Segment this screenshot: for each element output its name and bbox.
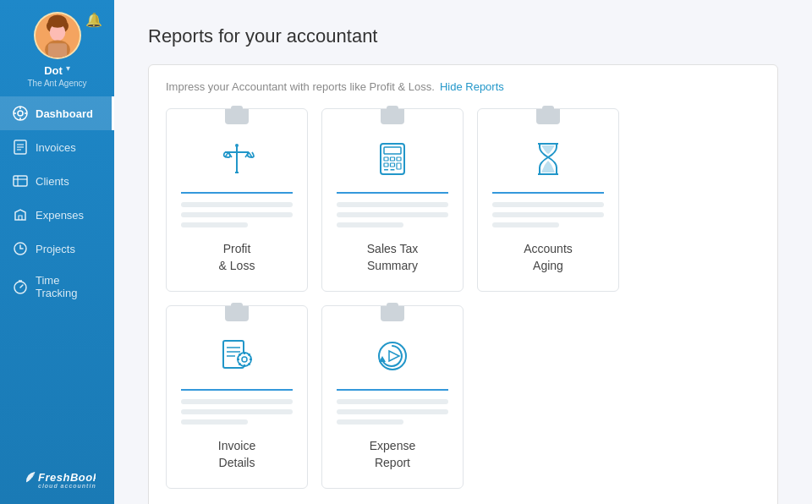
card-lines <box>337 202 449 227</box>
card-line <box>492 212 605 217</box>
user-name: Dot <box>44 64 63 77</box>
card-lines <box>181 399 294 425</box>
expense-report-icon <box>370 335 414 377</box>
card-clip <box>381 109 404 124</box>
card-clip <box>536 109 560 124</box>
sidebar-item-expenses[interactable]: Expenses <box>0 198 114 232</box>
sidebar-item-label-projects: Projects <box>36 243 75 255</box>
card-line-short <box>337 419 404 425</box>
svg-rect-16 <box>14 176 27 186</box>
sidebar-item-label-expenses: Expenses <box>36 209 84 222</box>
report-card-profit-loss[interactable]: Profit& Loss <box>166 108 308 292</box>
projects-icon <box>12 240 29 257</box>
svg-rect-42 <box>391 169 395 171</box>
card-divider <box>337 192 449 194</box>
dashboard-icon <box>12 105 29 122</box>
svg-rect-37 <box>397 157 401 161</box>
card-label-expense-report: ExpenseReport <box>370 438 415 471</box>
accounts-aging-icon <box>526 138 570 180</box>
card-line-short <box>337 222 404 227</box>
card-line <box>337 399 449 404</box>
svg-text:FreshBooks: FreshBooks <box>38 471 96 484</box>
sidebar-item-time-tracking[interactable]: Time Tracking <box>0 266 114 308</box>
svg-rect-39 <box>391 163 395 167</box>
sidebar-item-label-dashboard: Dashboard <box>36 107 93 120</box>
report-card-sales-tax-summary[interactable]: Sales TaxSummary <box>321 108 464 292</box>
sidebar-item-projects[interactable]: Projects <box>0 232 114 266</box>
svg-marker-61 <box>389 351 399 361</box>
sidebar-header: 🔔 Dot ▾ The Ant Agency <box>0 0 114 96</box>
card-clip <box>381 306 404 321</box>
nav-items: Dashboard Invoices <box>0 96 114 453</box>
card-label-accounts-aging: AccountsAging <box>524 241 573 274</box>
reports-header: Impress your Accountant with reports lik… <box>166 80 760 93</box>
sidebar-footer: FreshBooks cloud accounting <box>19 453 96 504</box>
user-info-row[interactable]: Dot ▾ <box>44 59 70 77</box>
sidebar-item-clients[interactable]: Clients <box>0 164 114 198</box>
time-tracking-icon <box>12 278 29 295</box>
reports-header-text: Impress your Accountant with reports lik… <box>166 80 435 93</box>
page-title: Reports for your accountant <box>148 25 778 47</box>
report-card-invoice-details[interactable]: InvoiceDetails <box>166 305 308 489</box>
card-line <box>181 409 294 414</box>
card-line <box>181 399 294 404</box>
card-line-short <box>492 222 560 227</box>
svg-rect-40 <box>397 163 401 169</box>
svg-rect-36 <box>391 157 395 161</box>
hide-reports-link[interactable]: Hide Reports <box>440 80 504 93</box>
card-line <box>337 212 449 217</box>
svg-point-3 <box>47 15 66 28</box>
sidebar-item-label-time-tracking: Time Tracking <box>36 274 100 299</box>
sales-tax-icon <box>370 138 414 180</box>
sidebar-item-dashboard[interactable]: Dashboard <box>0 96 114 130</box>
invoice-details-icon <box>215 335 259 377</box>
svg-rect-41 <box>384 169 388 171</box>
card-line <box>492 202 605 207</box>
svg-rect-34 <box>384 147 401 154</box>
card-line-short <box>181 222 249 227</box>
bell-icon[interactable]: 🔔 <box>85 12 102 28</box>
card-clip <box>225 109 249 124</box>
svg-text:cloud accounting: cloud accounting <box>38 483 96 489</box>
sidebar: 🔔 Dot ▾ The Ant Agency <box>0 0 114 504</box>
card-line <box>181 202 294 207</box>
svg-point-7 <box>18 111 23 116</box>
card-line-short <box>181 419 249 425</box>
reports-container: Impress your Accountant with reports lik… <box>148 64 778 504</box>
card-divider <box>492 192 605 194</box>
sidebar-item-label-clients: Clients <box>36 175 69 188</box>
svg-rect-38 <box>384 163 388 167</box>
card-lines <box>337 399 449 425</box>
card-clip <box>225 306 249 321</box>
card-lines <box>492 202 605 227</box>
card-line <box>337 409 449 414</box>
chevron-down-icon: ▾ <box>66 63 70 73</box>
freshbooks-brand: FreshBooks cloud accounting <box>19 465 96 492</box>
sidebar-item-invoices[interactable]: Invoices <box>0 130 114 164</box>
card-lines <box>181 202 294 227</box>
report-card-expense-report[interactable]: ExpenseReport <box>321 305 464 489</box>
card-label-profit-loss: Profit& Loss <box>219 241 255 274</box>
profit-loss-icon <box>215 138 259 180</box>
avatar[interactable] <box>34 12 81 59</box>
card-line <box>181 212 294 217</box>
card-divider <box>181 192 294 194</box>
user-company: The Ant Agency <box>27 79 86 88</box>
card-divider <box>337 389 449 391</box>
invoices-icon <box>12 139 29 156</box>
clients-icon <box>12 173 29 189</box>
expenses-icon <box>12 206 29 223</box>
card-label-sales-tax: Sales TaxSummary <box>367 241 418 274</box>
sidebar-item-label-invoices: Invoices <box>36 141 76 154</box>
card-line <box>337 202 449 207</box>
cards-grid: Profit& Loss <box>166 108 760 489</box>
main-content: Reports for your accountant Impress your… <box>114 0 812 504</box>
svg-point-32 <box>235 144 239 147</box>
svg-line-22 <box>20 285 23 288</box>
freshbooks-logo: FreshBooks cloud accounting <box>19 465 96 492</box>
svg-rect-35 <box>384 157 388 161</box>
card-divider <box>181 389 294 391</box>
svg-rect-5 <box>47 43 66 58</box>
card-label-invoice-details: InvoiceDetails <box>218 438 255 471</box>
report-card-accounts-aging[interactable]: AccountsAging <box>477 108 619 292</box>
